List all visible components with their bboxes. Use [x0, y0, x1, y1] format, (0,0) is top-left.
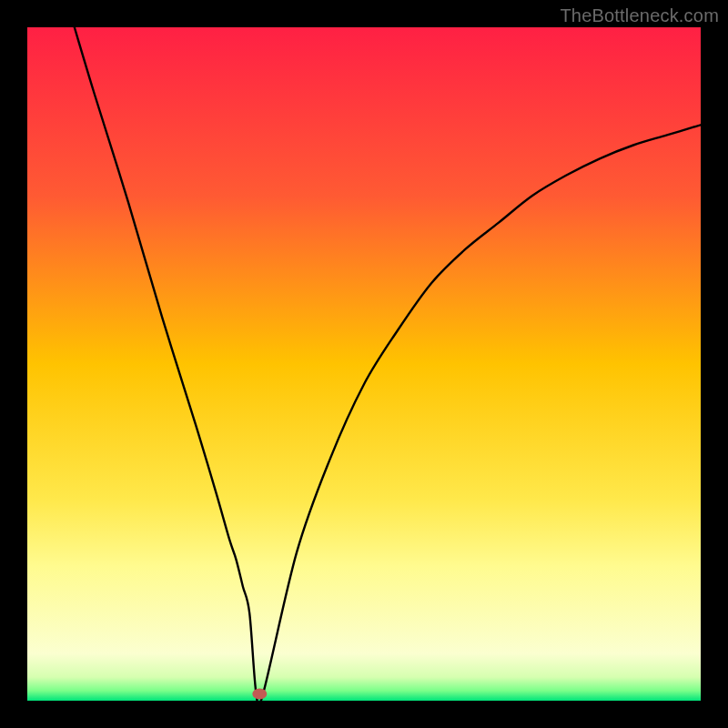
chart-svg	[27, 27, 701, 701]
gradient-background	[27, 27, 701, 701]
watermark-text: TheBottleneck.com	[560, 5, 719, 26]
optimum-marker	[252, 689, 267, 700]
plot-area	[27, 27, 701, 701]
chart-frame: TheBottleneck.com	[0, 0, 728, 728]
